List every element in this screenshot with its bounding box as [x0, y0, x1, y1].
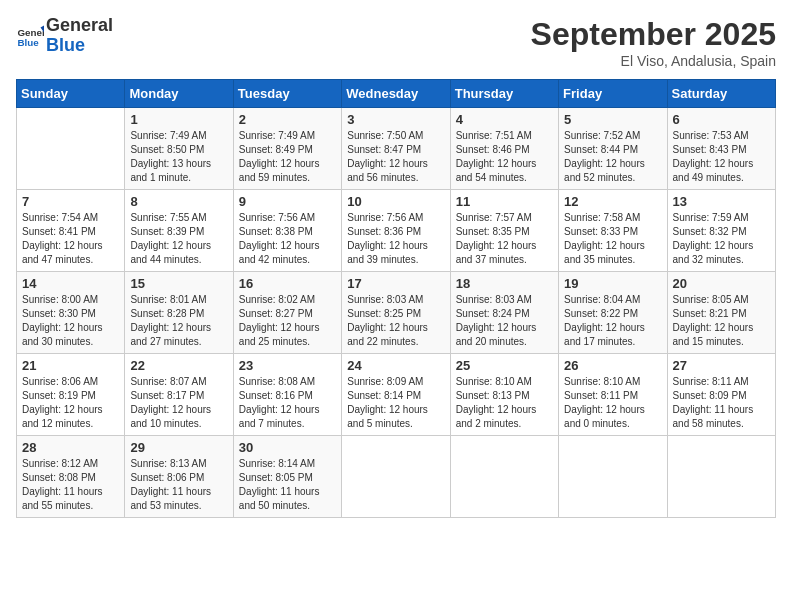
day-info: Sunrise: 7:58 AM Sunset: 8:33 PM Dayligh… — [564, 211, 661, 267]
day-info: Sunrise: 7:49 AM Sunset: 8:50 PM Dayligh… — [130, 129, 227, 185]
logo-icon: General Blue — [16, 22, 44, 50]
calendar-cell: 28Sunrise: 8:12 AM Sunset: 8:08 PM Dayli… — [17, 436, 125, 518]
calendar-cell: 16Sunrise: 8:02 AM Sunset: 8:27 PM Dayli… — [233, 272, 341, 354]
week-row-5: 28Sunrise: 8:12 AM Sunset: 8:08 PM Dayli… — [17, 436, 776, 518]
calendar-cell: 26Sunrise: 8:10 AM Sunset: 8:11 PM Dayli… — [559, 354, 667, 436]
day-number: 7 — [22, 194, 119, 209]
calendar-cell: 30Sunrise: 8:14 AM Sunset: 8:05 PM Dayli… — [233, 436, 341, 518]
day-info: Sunrise: 8:11 AM Sunset: 8:09 PM Dayligh… — [673, 375, 770, 431]
day-number: 24 — [347, 358, 444, 373]
header-day-thursday: Thursday — [450, 80, 558, 108]
day-number: 9 — [239, 194, 336, 209]
header-day-friday: Friday — [559, 80, 667, 108]
calendar-cell: 22Sunrise: 8:07 AM Sunset: 8:17 PM Dayli… — [125, 354, 233, 436]
calendar-body: 1Sunrise: 7:49 AM Sunset: 8:50 PM Daylig… — [17, 108, 776, 518]
day-info: Sunrise: 7:55 AM Sunset: 8:39 PM Dayligh… — [130, 211, 227, 267]
day-info: Sunrise: 8:10 AM Sunset: 8:11 PM Dayligh… — [564, 375, 661, 431]
day-info: Sunrise: 7:51 AM Sunset: 8:46 PM Dayligh… — [456, 129, 553, 185]
calendar-cell: 6Sunrise: 7:53 AM Sunset: 8:43 PM Daylig… — [667, 108, 775, 190]
calendar-cell: 21Sunrise: 8:06 AM Sunset: 8:19 PM Dayli… — [17, 354, 125, 436]
day-info: Sunrise: 8:01 AM Sunset: 8:28 PM Dayligh… — [130, 293, 227, 349]
day-info: Sunrise: 7:56 AM Sunset: 8:36 PM Dayligh… — [347, 211, 444, 267]
svg-text:Blue: Blue — [17, 37, 39, 48]
header-day-tuesday: Tuesday — [233, 80, 341, 108]
day-number: 23 — [239, 358, 336, 373]
header-day-wednesday: Wednesday — [342, 80, 450, 108]
day-info: Sunrise: 8:08 AM Sunset: 8:16 PM Dayligh… — [239, 375, 336, 431]
day-info: Sunrise: 8:10 AM Sunset: 8:13 PM Dayligh… — [456, 375, 553, 431]
calendar-cell: 14Sunrise: 8:00 AM Sunset: 8:30 PM Dayli… — [17, 272, 125, 354]
day-info: Sunrise: 8:04 AM Sunset: 8:22 PM Dayligh… — [564, 293, 661, 349]
day-info: Sunrise: 8:12 AM Sunset: 8:08 PM Dayligh… — [22, 457, 119, 513]
calendar-cell: 25Sunrise: 8:10 AM Sunset: 8:13 PM Dayli… — [450, 354, 558, 436]
day-number: 22 — [130, 358, 227, 373]
day-number: 2 — [239, 112, 336, 127]
week-row-1: 1Sunrise: 7:49 AM Sunset: 8:50 PM Daylig… — [17, 108, 776, 190]
day-number: 10 — [347, 194, 444, 209]
day-info: Sunrise: 7:59 AM Sunset: 8:32 PM Dayligh… — [673, 211, 770, 267]
calendar-cell: 4Sunrise: 7:51 AM Sunset: 8:46 PM Daylig… — [450, 108, 558, 190]
calendar-cell: 2Sunrise: 7:49 AM Sunset: 8:49 PM Daylig… — [233, 108, 341, 190]
calendar-cell: 18Sunrise: 8:03 AM Sunset: 8:24 PM Dayli… — [450, 272, 558, 354]
week-row-2: 7Sunrise: 7:54 AM Sunset: 8:41 PM Daylig… — [17, 190, 776, 272]
calendar-cell: 3Sunrise: 7:50 AM Sunset: 8:47 PM Daylig… — [342, 108, 450, 190]
day-info: Sunrise: 8:13 AM Sunset: 8:06 PM Dayligh… — [130, 457, 227, 513]
calendar-cell — [450, 436, 558, 518]
calendar-cell — [667, 436, 775, 518]
month-title: September 2025 — [531, 16, 776, 53]
day-number: 28 — [22, 440, 119, 455]
page-header: General Blue GeneralBlue September 2025 … — [16, 16, 776, 69]
day-info: Sunrise: 7:56 AM Sunset: 8:38 PM Dayligh… — [239, 211, 336, 267]
day-info: Sunrise: 8:14 AM Sunset: 8:05 PM Dayligh… — [239, 457, 336, 513]
day-number: 18 — [456, 276, 553, 291]
calendar-cell: 1Sunrise: 7:49 AM Sunset: 8:50 PM Daylig… — [125, 108, 233, 190]
calendar-cell: 24Sunrise: 8:09 AM Sunset: 8:14 PM Dayli… — [342, 354, 450, 436]
calendar-cell — [559, 436, 667, 518]
calendar-cell: 8Sunrise: 7:55 AM Sunset: 8:39 PM Daylig… — [125, 190, 233, 272]
calendar-cell: 17Sunrise: 8:03 AM Sunset: 8:25 PM Dayli… — [342, 272, 450, 354]
day-number: 3 — [347, 112, 444, 127]
day-number: 11 — [456, 194, 553, 209]
calendar-cell: 11Sunrise: 7:57 AM Sunset: 8:35 PM Dayli… — [450, 190, 558, 272]
day-info: Sunrise: 7:54 AM Sunset: 8:41 PM Dayligh… — [22, 211, 119, 267]
day-info: Sunrise: 8:03 AM Sunset: 8:24 PM Dayligh… — [456, 293, 553, 349]
day-info: Sunrise: 8:02 AM Sunset: 8:27 PM Dayligh… — [239, 293, 336, 349]
day-number: 29 — [130, 440, 227, 455]
calendar-cell: 15Sunrise: 8:01 AM Sunset: 8:28 PM Dayli… — [125, 272, 233, 354]
day-info: Sunrise: 7:53 AM Sunset: 8:43 PM Dayligh… — [673, 129, 770, 185]
day-info: Sunrise: 7:50 AM Sunset: 8:47 PM Dayligh… — [347, 129, 444, 185]
day-number: 6 — [673, 112, 770, 127]
logo: General Blue GeneralBlue — [16, 16, 113, 56]
day-number: 13 — [673, 194, 770, 209]
day-number: 4 — [456, 112, 553, 127]
calendar-cell: 19Sunrise: 8:04 AM Sunset: 8:22 PM Dayli… — [559, 272, 667, 354]
calendar-cell: 9Sunrise: 7:56 AM Sunset: 8:38 PM Daylig… — [233, 190, 341, 272]
calendar-cell — [17, 108, 125, 190]
day-number: 5 — [564, 112, 661, 127]
week-row-3: 14Sunrise: 8:00 AM Sunset: 8:30 PM Dayli… — [17, 272, 776, 354]
day-number: 19 — [564, 276, 661, 291]
calendar-header: SundayMondayTuesdayWednesdayThursdayFrid… — [17, 80, 776, 108]
header-row: SundayMondayTuesdayWednesdayThursdayFrid… — [17, 80, 776, 108]
day-info: Sunrise: 8:05 AM Sunset: 8:21 PM Dayligh… — [673, 293, 770, 349]
calendar-table: SundayMondayTuesdayWednesdayThursdayFrid… — [16, 79, 776, 518]
calendar-cell: 13Sunrise: 7:59 AM Sunset: 8:32 PM Dayli… — [667, 190, 775, 272]
calendar-cell: 23Sunrise: 8:08 AM Sunset: 8:16 PM Dayli… — [233, 354, 341, 436]
header-day-sunday: Sunday — [17, 80, 125, 108]
header-day-monday: Monday — [125, 80, 233, 108]
location-subtitle: El Viso, Andalusia, Spain — [531, 53, 776, 69]
calendar-cell — [342, 436, 450, 518]
day-number: 1 — [130, 112, 227, 127]
day-number: 17 — [347, 276, 444, 291]
calendar-cell: 5Sunrise: 7:52 AM Sunset: 8:44 PM Daylig… — [559, 108, 667, 190]
calendar-cell: 27Sunrise: 8:11 AM Sunset: 8:09 PM Dayli… — [667, 354, 775, 436]
day-number: 20 — [673, 276, 770, 291]
calendar-cell: 10Sunrise: 7:56 AM Sunset: 8:36 PM Dayli… — [342, 190, 450, 272]
day-number: 12 — [564, 194, 661, 209]
day-number: 26 — [564, 358, 661, 373]
week-row-4: 21Sunrise: 8:06 AM Sunset: 8:19 PM Dayli… — [17, 354, 776, 436]
title-area: September 2025 El Viso, Andalusia, Spain — [531, 16, 776, 69]
day-info: Sunrise: 8:07 AM Sunset: 8:17 PM Dayligh… — [130, 375, 227, 431]
day-info: Sunrise: 7:52 AM Sunset: 8:44 PM Dayligh… — [564, 129, 661, 185]
day-info: Sunrise: 7:49 AM Sunset: 8:49 PM Dayligh… — [239, 129, 336, 185]
